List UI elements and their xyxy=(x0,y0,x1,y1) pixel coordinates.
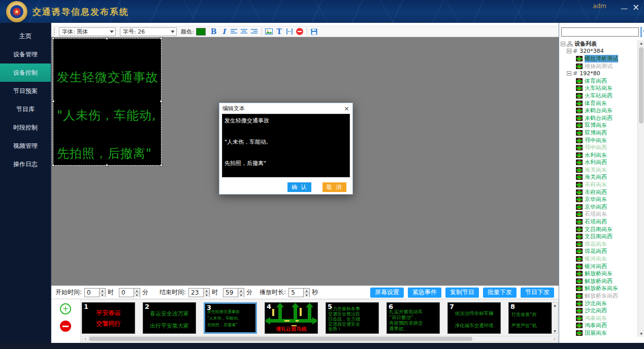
playlist-item[interactable]: 7 依法治理非标车辆净化城市交通环境 xyxy=(447,302,501,334)
scrollbar-thumb[interactable] xyxy=(89,337,472,341)
tree-device[interactable]: 维扬岗测试 xyxy=(561,62,637,70)
scroll-up-icon[interactable]: ▲ xyxy=(554,303,556,307)
action-button[interactable]: 紧急事件 xyxy=(408,288,441,298)
tree-device[interactable]: 来鹤台岗东 xyxy=(561,107,637,114)
tree-group[interactable]: # 192*80 xyxy=(561,70,637,77)
tree-device[interactable]: 京华岗西 xyxy=(561,203,637,211)
tree-device[interactable]: 解放桥东岗东 xyxy=(561,285,637,293)
playlist-item[interactable]: 6 扎实开展电动车“百日整治”，有效预防道路交通事故。 xyxy=(387,302,440,334)
playlist-item[interactable]: 2 春运安全连万家出行平安靠大家 xyxy=(143,302,196,334)
resize-handle[interactable] xyxy=(160,100,163,103)
dialog-close-icon[interactable]: × xyxy=(344,105,349,112)
marquee-button[interactable] xyxy=(284,27,295,36)
sidebar-item-home[interactable]: 主页 xyxy=(0,27,51,45)
tree-device[interactable]: 石塔岗西 xyxy=(561,218,637,226)
tree-device[interactable]: 双博岗西 xyxy=(561,129,637,137)
tree-device[interactable]: 火车站岗西 xyxy=(561,92,637,100)
tree-device[interactable]: 螺丝湾桥测试 xyxy=(561,55,637,62)
collapse-icon[interactable] xyxy=(561,42,565,46)
tree-device[interactable]: 来鹤台岗西 xyxy=(561,114,637,122)
tree-device[interactable]: 石塔岗东 xyxy=(561,211,637,218)
playlist-item[interactable]: 4 请礼让斑马线 xyxy=(265,302,318,334)
sidebar-item-operation-log[interactable]: 操作日志 xyxy=(0,155,51,173)
align-right-button[interactable] xyxy=(249,27,260,36)
tree-device[interactable]: 解放桥岗西 xyxy=(561,277,637,285)
tree-device[interactable]: 海关岗西 xyxy=(561,174,637,181)
resize-handle[interactable] xyxy=(160,37,163,40)
scrollbar-thumb[interactable] xyxy=(639,47,643,123)
tree-device[interactable]: 文昌阁岗东 xyxy=(561,226,637,233)
insert-image-button[interactable] xyxy=(264,27,274,36)
resize-handle[interactable] xyxy=(52,100,54,103)
sidebar-item-video-mgmt[interactable]: 视频管理 xyxy=(0,137,51,155)
tree-device[interactable]: 体育岗西 xyxy=(561,77,637,85)
tree-group[interactable]: # 320*384 xyxy=(561,48,637,55)
italic-button[interactable]: I xyxy=(219,27,229,36)
sidebar-item-program-lib[interactable]: 节目库 xyxy=(0,100,51,118)
resize-handle[interactable] xyxy=(52,37,54,40)
scroll-left-icon[interactable]: ‹ xyxy=(82,336,88,341)
scroll-down-icon[interactable]: ▼ xyxy=(638,331,644,337)
scroll-down-icon[interactable]: ▼ xyxy=(554,329,556,333)
tree-device[interactable]: 琼花岗西 xyxy=(561,248,637,256)
action-button[interactable]: 屏幕设置 xyxy=(370,288,404,298)
tree-device[interactable]: 市府岗东 xyxy=(561,181,637,188)
bold-button[interactable]: B xyxy=(209,27,219,36)
collapse-icon[interactable] xyxy=(567,71,571,76)
sidebar-item-device-control[interactable]: 设备控制 xyxy=(0,64,51,82)
scroll-up-icon[interactable]: ▲ xyxy=(638,40,644,46)
tree-scrollbar[interactable]: ▲ ▼ xyxy=(637,40,644,337)
start-hour-stepper[interactable]: 0▲▼ xyxy=(84,288,106,297)
tree-device[interactable]: 市府岗西 xyxy=(561,188,637,196)
resize-handle[interactable] xyxy=(106,164,108,167)
playlist-item[interactable]: 5 大力开展秋冬季交通安全整治百日会战，全力稳定道路交通安全形势！ xyxy=(326,302,379,334)
tree-device[interactable]: 解放桥东岗西 xyxy=(561,292,637,300)
tree-device[interactable]: 水利岗西 xyxy=(561,159,637,167)
tree-root[interactable]: 设备列表 xyxy=(561,40,637,48)
remove-program-button[interactable] xyxy=(60,321,71,332)
close-button[interactable]: × xyxy=(631,2,641,12)
tree-device[interactable]: 银河岗西 xyxy=(561,263,637,270)
search-button[interactable] xyxy=(640,27,642,37)
playlist-item[interactable]: 1 平安春运交警同行 xyxy=(82,302,135,334)
insert-text-button[interactable]: T xyxy=(274,27,284,36)
tree-device[interactable]: 文昌阁岗西 xyxy=(561,233,637,240)
start-minute-stepper[interactable]: 0▲▼ xyxy=(119,288,140,297)
playlist-vertical-scrollbar[interactable]: ▲▼ xyxy=(552,302,558,334)
duration-stepper[interactable]: 5▲▼ xyxy=(288,288,310,297)
add-program-button[interactable]: + xyxy=(60,303,71,314)
playlist-item[interactable]: 3 发生轻微交通事故"人未伤，车能动,先拍照，后撤离" xyxy=(204,302,257,334)
playlist-item[interactable]: 8 打击改装“炸严查严惩“机 xyxy=(508,302,552,334)
tree-device[interactable]: 双博岗东 xyxy=(561,122,637,130)
tree-device[interactable]: 解放桥岗东 xyxy=(561,270,637,277)
tree-device[interactable]: 水利岗东 xyxy=(561,151,637,159)
tree-device[interactable]: 琼花岗东 xyxy=(561,240,637,248)
tree-device[interactable]: 火车站岗东 xyxy=(561,85,637,92)
tree-device[interactable]: 海关岗东 xyxy=(561,166,637,174)
tree-device[interactable]: 体育岗东 xyxy=(561,100,637,107)
tree-device[interactable]: 沙北岗东 xyxy=(561,300,637,307)
playlist-horizontal-scrollbar[interactable]: ‹ › xyxy=(82,336,558,342)
tree-device[interactable]: 银河岗东 xyxy=(561,255,637,263)
tree-device[interactable]: 鸿泰岗东 xyxy=(561,314,637,322)
scroll-right-icon[interactable]: › xyxy=(552,336,558,341)
tree-device[interactable]: 沙北岗西 xyxy=(561,307,637,314)
tree-device[interactable]: 邗中岗东 xyxy=(561,137,637,144)
font-size-select[interactable]: 字号: 26 xyxy=(120,27,177,36)
resize-handle[interactable] xyxy=(160,164,163,167)
end-hour-stepper[interactable]: 23▲▼ xyxy=(188,288,210,297)
action-button[interactable]: 节目下发 xyxy=(521,288,554,298)
tree-device[interactable]: 京华岗东 xyxy=(561,196,637,203)
collapse-icon[interactable] xyxy=(567,49,571,53)
align-center-button[interactable] xyxy=(239,27,249,36)
confirm-button[interactable]: 确 认 xyxy=(287,182,311,192)
font-family-select[interactable]: 字体: 黑体 xyxy=(59,27,116,36)
resize-handle[interactable] xyxy=(52,164,54,167)
search-input[interactable] xyxy=(561,27,639,37)
led-screen-preview[interactable]: 发生轻微交通事故"人未伤，车能动,先拍照，后撤离" xyxy=(53,39,161,165)
action-button[interactable]: 批量下发 xyxy=(483,288,517,298)
dialog-textarea[interactable]: 发生轻微交通事故 "人未伤，车能动, 先拍照，后撤离" xyxy=(222,114,350,177)
end-minute-stepper[interactable]: 59▲▼ xyxy=(223,288,244,297)
cancel-button[interactable]: 取 消 xyxy=(323,182,346,192)
tree-device[interactable]: 鸿泰岗西 xyxy=(561,322,637,330)
